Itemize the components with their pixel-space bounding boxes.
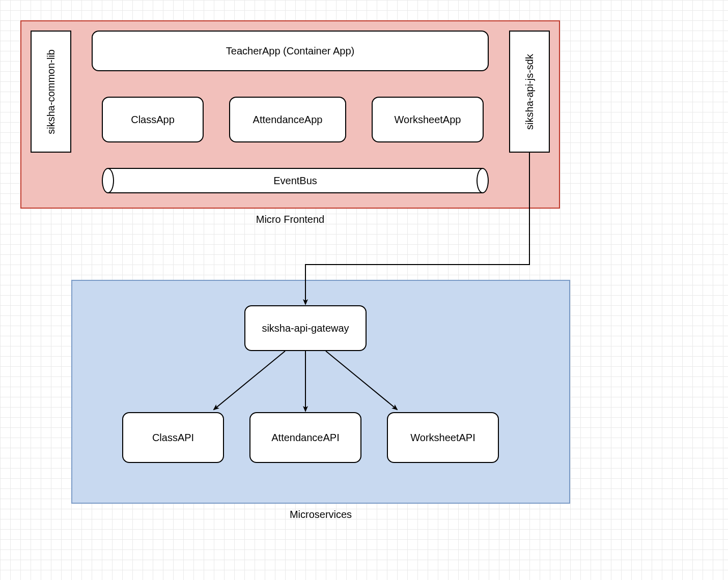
- attendance-api-box: AttendanceAPI: [249, 412, 361, 463]
- frontend-label: Micro Frontend: [20, 214, 560, 225]
- common-lib-label: siksha-common-lib: [45, 49, 57, 134]
- attendance-app-label: AttendanceApp: [253, 114, 323, 126]
- class-app-box: ClassApp: [102, 97, 204, 142]
- worksheet-app-box: WorksheetApp: [372, 97, 484, 142]
- sdk-label: siksha-api-js-sdk: [524, 54, 536, 130]
- class-api-box: ClassAPI: [122, 412, 224, 463]
- attendance-api-label: AttendanceAPI: [271, 432, 339, 444]
- container-app-label: TeacherApp (Container App): [226, 45, 354, 57]
- worksheet-app-label: WorksheetApp: [395, 114, 461, 126]
- common-lib-box: siksha-common-lib: [31, 31, 71, 153]
- event-bus-label: EventBus: [102, 168, 489, 193]
- gateway-label: siksha-api-gateway: [262, 323, 349, 334]
- worksheet-api-box: WorksheetAPI: [387, 412, 499, 463]
- class-api-label: ClassAPI: [152, 432, 194, 444]
- class-app-label: ClassApp: [131, 114, 175, 126]
- attendance-app-box: AttendanceApp: [229, 97, 346, 142]
- event-bus-cylinder: EventBus: [102, 168, 489, 193]
- backend-label: Microservices: [71, 509, 570, 520]
- worksheet-api-label: WorksheetAPI: [410, 432, 475, 444]
- container-app-box: TeacherApp (Container App): [92, 31, 489, 71]
- gateway-box: siksha-api-gateway: [244, 305, 367, 351]
- sdk-box: siksha-api-js-sdk: [509, 31, 550, 153]
